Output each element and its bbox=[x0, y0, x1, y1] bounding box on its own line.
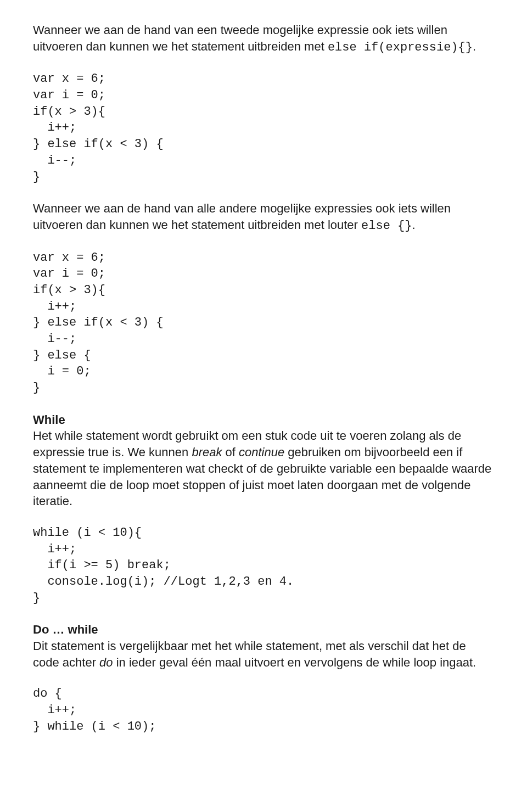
text: . bbox=[473, 40, 476, 53]
section-while: While Het while statement wordt gebruikt… bbox=[33, 412, 494, 509]
section-do-while: Do … while Dit statement is vergelijkbaa… bbox=[33, 621, 494, 670]
text: . bbox=[412, 218, 415, 232]
heading-while: While bbox=[33, 413, 65, 427]
code-block-if-elseif-else: var x = 6; var i = 0; if(x > 3){ i++; } … bbox=[33, 250, 494, 396]
code-block-while: while (i < 10){ i++; if(i >= 5) break; c… bbox=[33, 525, 494, 606]
code-block-do-while: do { i++; } while (i < 10); bbox=[33, 686, 494, 735]
inline-code: else {} bbox=[361, 219, 412, 233]
code-block-if-elseif: var x = 6; var i = 0; if(x > 3){ i++; } … bbox=[33, 71, 494, 185]
inline-code: else if(expressie){} bbox=[328, 41, 473, 54]
text: of bbox=[222, 445, 239, 459]
paragraph-else: Wanneer we aan de hand van alle andere m… bbox=[33, 200, 494, 234]
italic-break: break bbox=[192, 445, 222, 459]
heading-do-while: Do … while bbox=[33, 623, 98, 636]
text: in ieder geval één maal uitvoert en verv… bbox=[113, 656, 476, 669]
italic-continue: continue bbox=[239, 445, 284, 459]
paragraph-else-if: Wanneer we aan de hand van een tweede mo… bbox=[33, 22, 494, 55]
italic-do: do bbox=[99, 656, 113, 669]
